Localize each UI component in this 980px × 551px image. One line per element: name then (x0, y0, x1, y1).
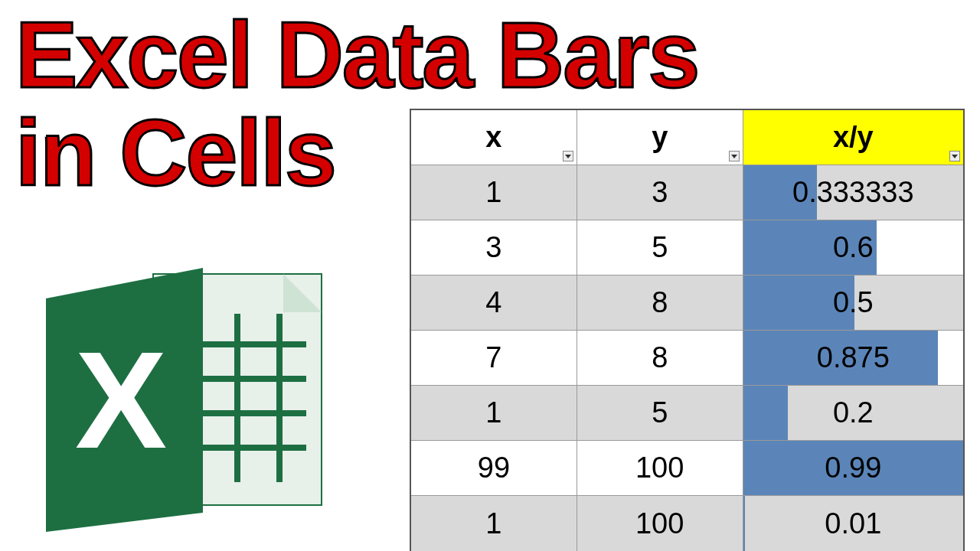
cell-x[interactable]: 1 (411, 165, 577, 220)
cell-xy[interactable]: 0.2 (743, 386, 963, 440)
table-row: 1 5 0.2 (411, 386, 963, 441)
cell-x[interactable]: 1 (411, 386, 577, 440)
cell-x[interactable]: 4 (411, 276, 577, 330)
cell-y[interactable]: 5 (577, 220, 743, 275)
cell-xy[interactable]: 0.01 (743, 496, 963, 551)
cell-x[interactable]: 99 (411, 441, 577, 495)
cell-y[interactable]: 8 (577, 276, 743, 330)
cell-xy[interactable]: 0.6 (743, 220, 963, 275)
filter-dropdown-icon[interactable] (949, 151, 960, 161)
table-row: 7 8 0.875 (411, 331, 963, 386)
cell-xy[interactable]: 0.333333 (743, 165, 963, 220)
header-x[interactable]: x (411, 110, 577, 165)
data-table: x y x/y 1 3 0.333333 3 5 0.6 4 8 (410, 109, 965, 551)
header-xy[interactable]: x/y (743, 110, 963, 165)
cell-xy[interactable]: 0.875 (743, 331, 963, 385)
data-bar (743, 386, 788, 440)
title-line-1: Excel Data Bars (15, 6, 698, 104)
cell-xy[interactable]: 0.99 (743, 441, 963, 495)
excel-logo-icon: X (31, 245, 360, 536)
header-y-label: y (652, 121, 668, 154)
filter-dropdown-icon[interactable] (563, 151, 573, 161)
cell-xy[interactable]: 0.5 (743, 276, 963, 330)
cell-y[interactable]: 5 (577, 386, 743, 440)
table-row: 4 8 0.5 (411, 276, 963, 331)
cell-y[interactable]: 100 (577, 496, 743, 551)
table-row: 99 100 0.99 (411, 441, 963, 496)
cell-x[interactable]: 3 (411, 220, 577, 275)
cell-x[interactable]: 1 (411, 496, 577, 551)
cell-y[interactable]: 8 (577, 331, 743, 385)
data-bar (743, 496, 746, 551)
table-header-row: x y x/y (411, 110, 963, 165)
cell-y[interactable]: 100 (577, 441, 743, 495)
table-row: 3 5 0.6 (411, 220, 963, 276)
header-y[interactable]: y (577, 110, 743, 165)
header-x-label: x (485, 121, 501, 154)
table-row: 1 3 0.333333 (411, 165, 963, 220)
svg-text:X: X (75, 323, 167, 477)
header-xy-label: x/y (833, 121, 874, 154)
cell-y[interactable]: 3 (577, 165, 743, 220)
cell-x[interactable]: 7 (411, 331, 577, 385)
filter-dropdown-icon[interactable] (729, 151, 740, 161)
table-row: 1 100 0.01 (411, 496, 963, 551)
